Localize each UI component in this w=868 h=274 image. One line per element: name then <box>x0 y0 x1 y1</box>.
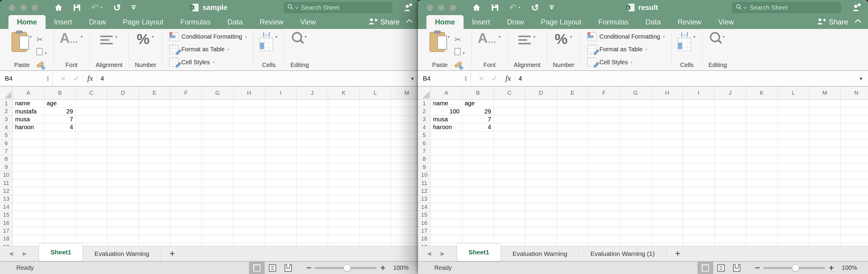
cell-K2[interactable] <box>328 108 360 115</box>
cell-K11[interactable] <box>746 179 778 187</box>
cell-K13[interactable] <box>328 195 360 203</box>
cell-C16[interactable] <box>76 219 107 227</box>
cell-G12[interactable] <box>620 187 652 195</box>
cell-M5[interactable] <box>391 131 420 140</box>
column-header-B[interactable]: B <box>44 87 76 99</box>
cell-E3[interactable] <box>557 116 589 123</box>
row-header-14[interactable]: 14 <box>0 203 13 211</box>
row-header-1[interactable]: 1 <box>0 99 13 108</box>
row-header-1[interactable]: 1 <box>418 99 431 108</box>
cell-F2[interactable] <box>589 108 620 115</box>
cell-E5[interactable] <box>139 131 170 140</box>
cell-H4[interactable] <box>234 123 265 131</box>
cell-B8[interactable] <box>44 155 76 163</box>
row-header-13[interactable]: 13 <box>418 195 431 203</box>
cell-I13[interactable] <box>683 195 715 203</box>
row-header-9[interactable]: 9 <box>418 163 431 171</box>
cell-A6[interactable] <box>431 140 462 147</box>
cell-M16[interactable] <box>809 219 841 227</box>
ribbon-tab-data[interactable]: Data <box>219 15 251 29</box>
cell-A2[interactable]: mustafa <box>13 108 44 115</box>
cell-G6[interactable] <box>620 140 652 147</box>
cell-D4[interactable] <box>525 123 557 131</box>
cell-B5[interactable] <box>462 131 494 140</box>
column-header-L[interactable]: L <box>778 87 809 99</box>
cell-L10[interactable] <box>778 172 809 179</box>
cell-H6[interactable] <box>652 140 683 147</box>
column-header-L[interactable]: L <box>360 87 392 99</box>
cell-J12[interactable] <box>297 187 329 195</box>
cell-C5[interactable] <box>76 131 107 140</box>
cell-M15[interactable] <box>809 211 841 219</box>
cell-C4[interactable] <box>494 123 525 131</box>
cell-G1[interactable] <box>202 99 234 108</box>
cell-H14[interactable] <box>652 203 683 211</box>
row-header-11[interactable]: 11 <box>0 179 13 187</box>
cell-A12[interactable] <box>431 187 462 195</box>
cell-K4[interactable] <box>328 123 360 131</box>
cell-F6[interactable] <box>589 140 620 147</box>
cell-D5[interactable] <box>107 131 139 140</box>
sheet-prev-icon[interactable]: ◀ <box>427 250 431 257</box>
cell-I6[interactable] <box>265 140 297 147</box>
cell-J3[interactable] <box>715 116 746 123</box>
row-header-12[interactable]: 12 <box>0 187 13 195</box>
cell-C17[interactable] <box>494 227 525 235</box>
cell-H18[interactable] <box>652 235 683 243</box>
cell-N16[interactable] <box>841 219 868 227</box>
cell-F12[interactable] <box>589 187 620 195</box>
cell-G7[interactable] <box>202 147 234 155</box>
cell-B9[interactable] <box>44 163 76 171</box>
cell-A3[interactable]: musa <box>13 116 44 123</box>
cell-M12[interactable] <box>809 187 841 195</box>
ribbon-tab-page-layout[interactable]: Page Layout <box>532 15 590 29</box>
format-painter-button[interactable] <box>36 60 44 66</box>
cell-J4[interactable] <box>715 123 746 131</box>
cell-H1[interactable] <box>652 99 683 108</box>
cell-I5[interactable] <box>683 131 715 140</box>
paste-button[interactable]: ▼ <box>430 32 450 52</box>
share-button[interactable]: Share <box>368 15 400 29</box>
cell-K14[interactable] <box>328 203 360 211</box>
cell-K5[interactable] <box>746 131 778 140</box>
cell-G6[interactable] <box>202 140 234 147</box>
cell-I4[interactable] <box>683 123 715 131</box>
cell-M15[interactable] <box>391 211 420 219</box>
conditional-formatting-button[interactable]: Conditional Formatting ▾ <box>587 32 664 41</box>
cell-I17[interactable] <box>683 227 715 235</box>
cell-J6[interactable] <box>297 140 329 147</box>
home-icon[interactable] <box>472 3 481 12</box>
cell-E4[interactable] <box>139 123 170 131</box>
cell-I1[interactable] <box>683 99 715 108</box>
cell-E5[interactable] <box>557 131 589 140</box>
cell-C7[interactable] <box>76 147 107 155</box>
cell-E10[interactable] <box>139 172 170 179</box>
ribbon-tab-home[interactable]: Home <box>8 15 45 29</box>
cell-F15[interactable] <box>170 211 202 219</box>
cell-K9[interactable] <box>328 163 360 171</box>
row-header-18[interactable]: 18 <box>418 235 431 243</box>
cell-C4[interactable] <box>76 123 107 131</box>
cell-I6[interactable] <box>683 140 715 147</box>
name-box[interactable]: B4 ▲▼ <box>418 71 471 86</box>
cell-E17[interactable] <box>139 227 170 235</box>
cell-F17[interactable] <box>170 227 202 235</box>
column-header-I[interactable]: I <box>265 87 297 99</box>
ribbon-tab-formulas[interactable]: Formulas <box>590 15 637 29</box>
cell-C1[interactable] <box>494 99 525 108</box>
cell-J15[interactable] <box>715 211 746 219</box>
cell-K8[interactable] <box>746 155 778 163</box>
cell-N4[interactable] <box>841 123 868 131</box>
sheet-tab-sheet1[interactable]: Sheet1 <box>39 243 83 261</box>
cell-A11[interactable] <box>431 179 462 187</box>
cell-B13[interactable] <box>462 195 494 203</box>
cell-E8[interactable] <box>557 155 589 163</box>
cell-K15[interactable] <box>328 211 360 219</box>
minimize-button[interactable] <box>20 4 27 11</box>
format-as-table-button[interactable]: Format as Table ▾ <box>169 45 229 54</box>
add-sheet-button[interactable]: + <box>161 248 184 259</box>
cell-C14[interactable] <box>76 203 107 211</box>
cell-F10[interactable] <box>170 172 202 179</box>
cell-M13[interactable] <box>809 195 841 203</box>
cell-A16[interactable] <box>13 219 44 227</box>
